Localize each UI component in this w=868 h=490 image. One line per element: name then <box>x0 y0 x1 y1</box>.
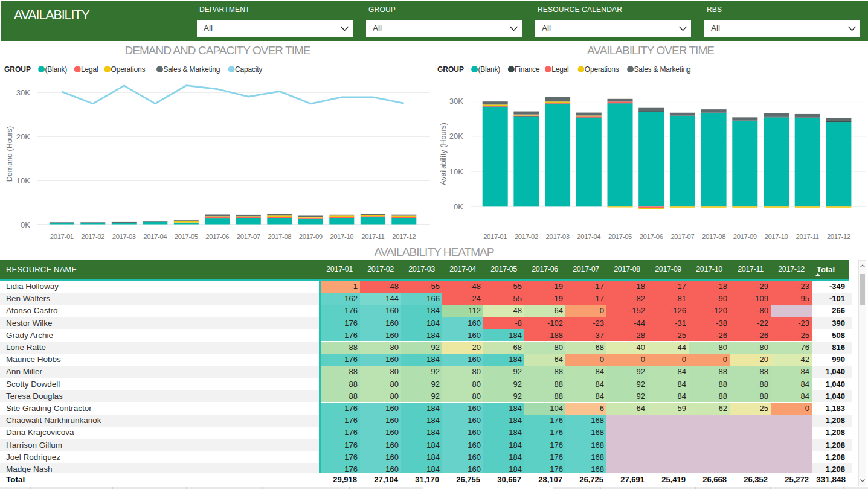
svg-text:20K: 20K <box>16 132 30 141</box>
svg-text:2017-11: 2017-11 <box>361 233 384 240</box>
svg-text:2017-10: 2017-10 <box>764 233 788 240</box>
svg-text:Sales & Marketing: Sales & Marketing <box>634 65 690 74</box>
svg-text:Sales & Marketing: Sales & Marketing <box>163 65 220 74</box>
svg-text:0K: 0K <box>454 202 463 211</box>
svg-text:2017-03: 2017-03 <box>112 233 136 240</box>
svg-text:Legal: Legal <box>551 65 568 74</box>
svg-text:Operations: Operations <box>111 65 146 74</box>
svg-text:2017-05: 2017-05 <box>608 233 632 240</box>
svg-text:2017-12: 2017-12 <box>392 233 416 240</box>
svg-text:Capacity: Capacity <box>235 65 262 74</box>
svg-text:2017-02: 2017-02 <box>81 233 104 240</box>
svg-text:2017-10: 2017-10 <box>330 233 353 240</box>
svg-text:30K: 30K <box>16 88 30 97</box>
svg-text:(Blank): (Blank) <box>478 65 500 74</box>
svg-text:2017-09: 2017-09 <box>733 233 757 240</box>
svg-text:DEMAND AND CAPACITY OVER TIME: DEMAND AND CAPACITY OVER TIME <box>124 44 310 57</box>
svg-text:Legal: Legal <box>81 65 98 74</box>
svg-text:2017-01: 2017-01 <box>483 233 507 240</box>
svg-text:0K: 0K <box>21 220 30 229</box>
svg-text:2017-09: 2017-09 <box>299 233 323 240</box>
svg-text:GROUP: GROUP <box>4 65 31 74</box>
svg-text:20K: 20K <box>449 132 463 141</box>
svg-text:Demand (Hours): Demand (Hours) <box>5 126 14 182</box>
svg-text:2017-06: 2017-06 <box>640 233 663 240</box>
svg-text:2017-07: 2017-07 <box>237 233 260 240</box>
svg-text:AVAILABILITY OVER TIME: AVAILABILITY OVER TIME <box>587 44 714 57</box>
svg-text:2017-02: 2017-02 <box>515 233 538 240</box>
svg-text:2017-03: 2017-03 <box>546 233 570 240</box>
svg-text:10K: 10K <box>16 176 30 185</box>
svg-text:2017-11: 2017-11 <box>796 233 819 240</box>
svg-text:Operations: Operations <box>585 65 619 74</box>
svg-text:Finance: Finance <box>515 65 540 74</box>
svg-text:2017-12: 2017-12 <box>827 233 850 240</box>
svg-text:Availability (Hours): Availability (Hours) <box>439 122 448 185</box>
svg-text:2017-04: 2017-04 <box>577 233 600 240</box>
svg-text:2017-05: 2017-05 <box>175 233 198 240</box>
svg-text:2017-08: 2017-08 <box>268 233 291 240</box>
svg-text:(Blank): (Blank) <box>45 65 67 74</box>
svg-text:30K: 30K <box>449 97 463 106</box>
svg-text:2017-01: 2017-01 <box>50 233 74 240</box>
svg-text:2017-08: 2017-08 <box>702 233 725 240</box>
svg-text:2017-07: 2017-07 <box>670 233 694 240</box>
svg-text:2017-06: 2017-06 <box>205 233 229 240</box>
svg-text:2017-04: 2017-04 <box>143 233 167 240</box>
svg-text:GROUP: GROUP <box>437 65 464 74</box>
svg-text:10K: 10K <box>449 167 463 176</box>
